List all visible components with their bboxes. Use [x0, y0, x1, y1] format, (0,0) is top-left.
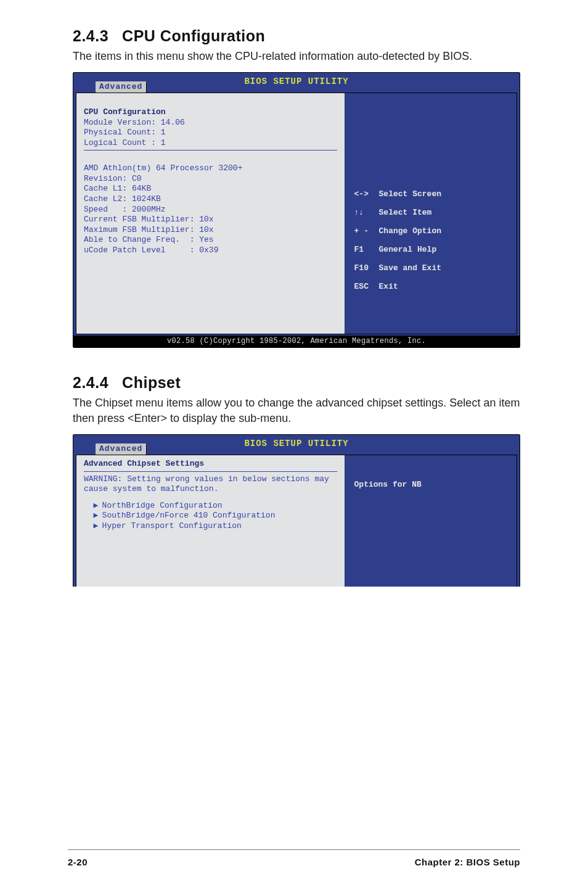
- bios2-divider: [84, 471, 337, 472]
- logical-count: Logical Count : 1: [84, 138, 166, 147]
- intro-cpu-config: The items in this menu show the CPU-rela…: [73, 49, 520, 64]
- bios-divider: [84, 150, 337, 151]
- ucode: uCode Patch Level : 0x39: [84, 245, 218, 255]
- bios2-titlebar: BIOS SETUP UTILITY Advanced: [73, 435, 520, 452]
- menu-item-hypertransport[interactable]: ▶Hyper Transport Configuration: [84, 521, 337, 532]
- chipset-warning-line2: cause system to malfunction.: [84, 484, 337, 495]
- help-label-save: Save and Exit: [379, 263, 441, 273]
- bios2-tab-advanced: Advanced: [96, 444, 146, 455]
- heading-title: CPU Configuration: [122, 27, 265, 44]
- heading-number-2: 2.4.4: [73, 374, 108, 392]
- bios-title: BIOS SETUP UTILITY: [244, 76, 348, 86]
- help-key-general: F1: [354, 245, 379, 254]
- bios-screenshot-chipset: BIOS SETUP UTILITY Advanced Advanced Chi…: [73, 434, 520, 604]
- chapter-label: Chapter 2: BIOS Setup: [415, 857, 520, 867]
- menu-item-northbridge[interactable]: ▶NorthBridge Configuration: [84, 501, 337, 511]
- heading-title-2: Chipset: [122, 374, 181, 391]
- cpu-heading: CPU Configuration: [84, 107, 166, 117]
- intro-chipset: The Chipset menu items allow you to chan…: [73, 395, 520, 426]
- help-key-item: ↑↓: [354, 208, 379, 217]
- help-key-save: F10: [354, 263, 379, 273]
- module-version: Module Version: 14.06: [84, 118, 185, 127]
- able-change: Able to Change Freq. : Yes: [84, 235, 214, 244]
- bios-help-pane: <->Select Screen ↑↓Select Item + -Change…: [345, 93, 517, 334]
- menu-label-northbridge: NorthBridge Configuration: [102, 501, 223, 510]
- bios-titlebar: BIOS SETUP UTILITY Advanced: [73, 73, 520, 90]
- page-footer: 2-20 Chapter 2: BIOS Setup: [68, 857, 520, 867]
- physical-count: Physical Count: 1: [84, 128, 166, 137]
- menu-label-hypertransport: Hyper Transport Configuration: [102, 521, 242, 530]
- page-number: 2-20: [68, 857, 88, 867]
- triangle-right-icon: ▶: [94, 511, 102, 521]
- chipset-warning-line1: WARNING: Setting wrong values in below s…: [84, 474, 337, 485]
- chipset-right-title: Options for NB: [354, 479, 510, 490]
- help-label-item: Select Item: [379, 208, 432, 217]
- speed: Speed : 2000MHz: [84, 205, 166, 214]
- bios-screenshot-cpu: BIOS SETUP UTILITY Advanced CPU Configur…: [73, 72, 520, 348]
- heading-cpu-config: 2.4.3CPU Configuration: [73, 27, 520, 45]
- max-mult: Maximum FSB Multiplier: 10x: [84, 225, 214, 234]
- help-key-screen: <->: [354, 189, 379, 199]
- bios-tab-advanced: Advanced: [96, 81, 146, 93]
- triangle-right-icon: ▶: [94, 501, 102, 511]
- revision: Revision: C0: [84, 174, 142, 183]
- bios-copyright: v02.58 (C)Copyright 1985-2002, American …: [73, 336, 520, 347]
- bios2-left-pane: Advanced Chipset Settings WARNING: Setti…: [76, 455, 345, 602]
- help-label-screen: Select Screen: [379, 189, 441, 199]
- torn-edge: [73, 587, 520, 604]
- current-mult: Current FSB Multiplier: 10x: [84, 215, 214, 224]
- heading-number: 2.4.3: [73, 27, 108, 45]
- menu-label-southbridge: SouthBridge/nForce 410 Configuration: [102, 511, 276, 520]
- menu-item-southbridge[interactable]: ▶SouthBridge/nForce 410 Configuration: [84, 511, 337, 521]
- help-label-exit: Exit: [379, 282, 398, 291]
- footer-rule: [68, 849, 520, 850]
- help-label-general: General Help: [379, 245, 437, 254]
- help-label-change: Change Option: [379, 226, 441, 236]
- cache-l2: Cache L2: 1024KB: [84, 194, 161, 204]
- help-key-change: + -: [354, 226, 379, 236]
- help-key-exit: ESC: [354, 282, 379, 291]
- cpu-name: AMD Athlon(tm) 64 Processor 3200+: [84, 163, 242, 173]
- heading-chipset: 2.4.4Chipset: [73, 374, 520, 392]
- bios2-right-pane: Options for NB: [345, 455, 517, 602]
- triangle-right-icon: ▶: [94, 521, 102, 532]
- bios2-title: BIOS SETUP UTILITY: [244, 439, 348, 448]
- cache-l1: Cache L1: 64KB: [84, 184, 151, 193]
- bios-left-pane: CPU Configuration Module Version: 14.06 …: [76, 93, 345, 334]
- chipset-heading: Advanced Chipset Settings: [84, 459, 337, 469]
